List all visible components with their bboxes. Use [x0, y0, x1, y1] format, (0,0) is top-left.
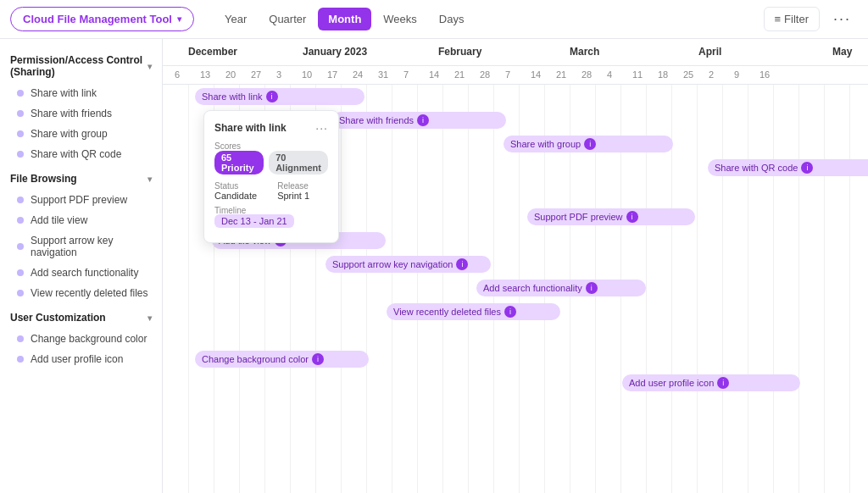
bar-share-with-link[interactable]: Share with link i	[195, 88, 364, 105]
sidebar-item-arrow-nav[interactable]: Support arrow key navigation	[0, 230, 162, 263]
chevron-down-icon: ▾	[147, 62, 152, 71]
more-button[interactable]: ···	[826, 7, 858, 31]
bar-deleted-files[interactable]: View recently deleted files i	[387, 303, 560, 320]
date-7b: 7	[505, 69, 510, 80]
bar-pdf-preview[interactable]: Support PDF preview i	[527, 208, 695, 225]
sidebar-item-share-friends[interactable]: Share with friends	[0, 103, 162, 124]
tab-weeks[interactable]: Weeks	[373, 8, 427, 30]
info-icon: i	[586, 282, 598, 294]
time-nav: Year Quarter Month Weeks Days	[214, 8, 474, 30]
popup-card: Share with link ··· Scores 65 Priority 7…	[203, 110, 339, 243]
info-icon: i	[717, 377, 729, 389]
bar-search[interactable]: Add search functionality i	[476, 280, 646, 296]
app-title-chevron: ▾	[177, 14, 181, 24]
date-20: 20	[225, 69, 236, 80]
sidebar-item-share-qr[interactable]: Share with QR code	[0, 144, 162, 164]
bar-share-group[interactable]: Share with group i	[504, 136, 673, 152]
sidebar-item-profile-icon[interactable]: Add user profile icon	[0, 349, 162, 369]
sidebar-item-bg-color[interactable]: Change background color	[0, 329, 162, 349]
sidebar-item-search[interactable]: Add search functionality	[0, 263, 162, 283]
date-14a: 14	[429, 69, 439, 80]
sidebar-item-label: Share with friends	[31, 108, 112, 119]
alignment-badge: 70 Alignment	[269, 151, 328, 174]
month-may: May	[832, 46, 852, 58]
popup-release: Release Sprint 1	[277, 181, 309, 201]
sidebar-section-sharing: Permission/Access Control (Sharing) ▾ Sh…	[0, 49, 162, 164]
dot-icon	[17, 335, 24, 342]
sidebar-item-label: Change background color	[31, 333, 147, 345]
sidebar-item-deleted-files[interactable]: View recently deleted files	[0, 283, 162, 303]
bar-arrow-nav[interactable]: Support arrow key navigation i	[326, 256, 491, 273]
priority-badge: 65 Priority	[214, 151, 264, 174]
date-3: 3	[276, 69, 281, 80]
app-container: Cloud File Management Tool ▾ Year Quarte…	[0, 0, 868, 493]
date-2: 2	[709, 69, 714, 80]
month-april: April	[698, 46, 721, 58]
sidebar-section-browsing: File Browsing ▾ Support PDF preview Add …	[0, 168, 162, 303]
info-icon: i	[312, 353, 324, 365]
date-27: 27	[251, 69, 261, 80]
filter-icon: ≡	[775, 13, 782, 25]
chevron-down-icon: ▾	[147, 174, 152, 184]
date-25: 25	[683, 69, 693, 80]
info-icon: i	[626, 211, 638, 223]
sidebar-item-label: Support arrow key navigation	[31, 235, 152, 258]
main-content: Permission/Access Control (Sharing) ▾ Sh…	[0, 39, 868, 493]
sidebar-item-label: Support PDF preview	[31, 194, 127, 206]
sidebar-section-sharing-header[interactable]: Permission/Access Control (Sharing) ▾	[0, 49, 162, 83]
tab-month[interactable]: Month	[318, 8, 371, 30]
bar-profile-icon[interactable]: Add user profile icon i	[622, 374, 800, 391]
sidebar-section-browsing-label: File Browsing	[10, 173, 77, 185]
date-21b: 21	[556, 69, 566, 80]
date-21a: 21	[454, 69, 465, 80]
filter-button[interactable]: ≡ Filter	[764, 7, 820, 31]
month-february: February	[438, 46, 481, 58]
dot-icon	[17, 151, 24, 158]
sidebar: Permission/Access Control (Sharing) ▾ Sh…	[0, 39, 163, 493]
info-icon: i	[801, 162, 813, 174]
sidebar-item-pdf-preview[interactable]: Support PDF preview	[0, 190, 162, 210]
popup-release-value: Sprint 1	[277, 191, 309, 201]
app-title-button[interactable]: Cloud File Management Tool ▾	[10, 7, 194, 31]
popup-more-button[interactable]: ···	[315, 121, 328, 135]
date-14b: 14	[531, 69, 541, 80]
info-icon: i	[456, 258, 468, 270]
date-11: 11	[632, 69, 643, 80]
tab-year[interactable]: Year	[214, 8, 257, 30]
bar-share-friends[interactable]: Share with friends i	[332, 112, 506, 129]
date-10: 10	[302, 69, 312, 80]
bar-bg-color[interactable]: Change background color i	[195, 351, 369, 368]
sidebar-section-browsing-header[interactable]: File Browsing ▾	[0, 168, 162, 190]
date-17: 17	[327, 69, 337, 80]
popup-status-release-row: Status Candidate Release Sprint 1	[214, 181, 328, 201]
sidebar-section-customization-label: User Customization	[10, 312, 106, 324]
sidebar-item-share-group[interactable]: Share with group	[0, 124, 162, 144]
dot-icon	[17, 243, 24, 250]
bar-share-qr[interactable]: Share with QR code i	[708, 159, 868, 176]
sidebar-section-customization-header[interactable]: User Customization ▾	[0, 307, 162, 329]
sidebar-item-label: View recently deleted files	[31, 287, 148, 299]
month-march: March	[570, 46, 599, 58]
popup-release-label: Release	[277, 181, 309, 191]
dot-icon	[17, 130, 24, 137]
date-6: 6	[175, 69, 180, 80]
date-row: 6 13 20 27 3 10 17 24 31 7 14 21 28 7 14…	[163, 66, 868, 85]
sidebar-item-label: Add search functionality	[31, 267, 138, 279]
popup-scores-label: Scores	[214, 141, 328, 151]
popup-status: Status Candidate	[214, 181, 257, 201]
alignment-value: 70	[275, 152, 286, 163]
tab-days[interactable]: Days	[429, 8, 475, 30]
date-28a: 28	[480, 69, 490, 80]
date-16: 16	[760, 69, 770, 80]
popup-title: Share with link	[214, 122, 287, 134]
sidebar-item-label: Add tile view	[31, 214, 87, 226]
sidebar-item-share-link[interactable]: Share with link	[0, 83, 162, 103]
popup-status-label: Status	[214, 181, 257, 191]
dot-icon	[17, 217, 24, 224]
toolbar: Cloud File Management Tool ▾ Year Quarte…	[0, 0, 868, 39]
sidebar-item-tile-view[interactable]: Add tile view	[0, 210, 162, 230]
month-header-row: December January 2023 February March Apr…	[163, 39, 868, 66]
dot-icon	[17, 110, 24, 117]
dot-icon	[17, 269, 24, 276]
tab-quarter[interactable]: Quarter	[259, 8, 316, 30]
